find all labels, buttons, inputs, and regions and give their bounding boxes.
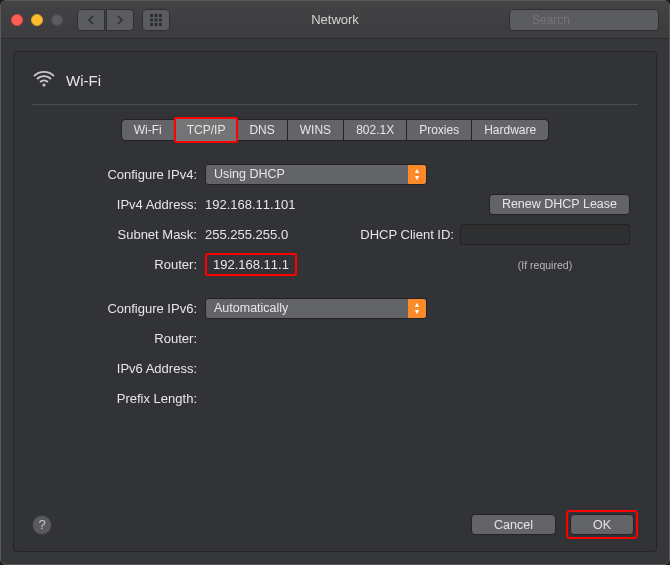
value-ipv4-address: 192.168.11.101 bbox=[205, 197, 295, 212]
wifi-icon bbox=[32, 68, 56, 92]
row-ipv4-address: IPv4 Address: 192.168.11.101 Renew DHCP … bbox=[40, 189, 630, 219]
tab-dns[interactable]: DNS bbox=[237, 120, 287, 140]
grid-icon bbox=[150, 14, 162, 26]
row-subnet: Subnet Mask: 255.255.255.0 DHCP Client I… bbox=[40, 219, 630, 249]
value-subnet: 255.255.255.0 bbox=[205, 227, 288, 242]
highlight-router-value: 192.168.11.1 bbox=[205, 253, 297, 276]
label-prefix-length: Prefix Length: bbox=[40, 391, 205, 406]
row-ipv6-address: IPv6 Address: bbox=[40, 353, 630, 383]
nav-group bbox=[77, 9, 134, 31]
input-dhcp-client-id[interactable] bbox=[460, 224, 630, 245]
tab-proxies[interactable]: Proxies bbox=[407, 120, 472, 140]
svg-rect-1 bbox=[155, 14, 158, 17]
svg-rect-4 bbox=[155, 18, 158, 21]
form-area: Configure IPv4: Using DHCP ▲▼ IPv4 Addre… bbox=[32, 159, 638, 413]
tab-bar: Wi-Fi TCP/IP DNS WINS 802.1X Proxies Har… bbox=[32, 119, 638, 141]
back-button[interactable] bbox=[77, 9, 105, 31]
minimize-window-button[interactable] bbox=[31, 14, 43, 26]
value-router-ipv4: 192.168.11.1 bbox=[213, 257, 289, 272]
cancel-button[interactable]: Cancel bbox=[471, 514, 556, 535]
ok-button[interactable]: OK bbox=[570, 514, 634, 535]
tab-wins[interactable]: WINS bbox=[288, 120, 344, 140]
updown-icon: ▲▼ bbox=[408, 299, 426, 318]
label-configure-ipv4: Configure IPv4: bbox=[40, 167, 205, 182]
search-input[interactable] bbox=[509, 9, 659, 31]
label-ipv6-address: IPv6 Address: bbox=[40, 361, 205, 376]
row-router-ipv4: Router: 192.168.11.1 (If required) bbox=[40, 249, 630, 279]
updown-icon: ▲▼ bbox=[408, 165, 426, 184]
titlebar: Network bbox=[1, 1, 669, 39]
content-panel: Wi-Fi Wi-Fi TCP/IP DNS WINS 802.1X Proxi… bbox=[13, 51, 657, 552]
forward-button[interactable] bbox=[106, 9, 134, 31]
svg-rect-2 bbox=[159, 14, 162, 17]
tab-8021x[interactable]: 802.1X bbox=[344, 120, 407, 140]
help-button[interactable]: ? bbox=[32, 515, 52, 535]
svg-rect-6 bbox=[150, 23, 153, 26]
label-ipv4-address: IPv4 Address: bbox=[40, 197, 205, 212]
select-configure-ipv6[interactable]: Automatically ▲▼ bbox=[205, 298, 427, 319]
zoom-window-button bbox=[51, 14, 63, 26]
renew-dhcp-button[interactable]: Renew DHCP Lease bbox=[489, 194, 630, 215]
select-configure-ipv4[interactable]: Using DHCP ▲▼ bbox=[205, 164, 427, 185]
row-configure-ipv4: Configure IPv4: Using DHCP ▲▼ bbox=[40, 159, 630, 189]
svg-rect-7 bbox=[155, 23, 158, 26]
window-controls bbox=[11, 14, 63, 26]
tab-hardware[interactable]: Hardware bbox=[472, 120, 548, 140]
select-configure-ipv6-value: Automatically bbox=[214, 301, 288, 315]
show-all-button[interactable] bbox=[142, 9, 170, 31]
chevron-left-icon bbox=[87, 15, 95, 25]
svg-point-11 bbox=[42, 83, 45, 86]
footer: ? Cancel OK bbox=[32, 500, 638, 539]
label-dhcp-client-id: DHCP Client ID: bbox=[360, 227, 454, 242]
divider bbox=[32, 104, 638, 105]
tab-strip: Wi-Fi TCP/IP DNS WINS 802.1X Proxies Har… bbox=[121, 119, 549, 141]
tab-tcpip[interactable]: TCP/IP bbox=[174, 117, 239, 143]
label-router-ipv6: Router: bbox=[40, 331, 205, 346]
select-configure-ipv4-value: Using DHCP bbox=[214, 167, 285, 181]
row-router-ipv6: Router: bbox=[40, 323, 630, 353]
svg-rect-0 bbox=[150, 14, 153, 17]
highlight-ok: OK bbox=[566, 510, 638, 539]
svg-rect-3 bbox=[150, 18, 153, 21]
row-configure-ipv6: Configure IPv6: Automatically ▲▼ bbox=[40, 293, 630, 323]
preferences-window: Network Wi-Fi Wi-Fi bbox=[0, 0, 670, 565]
search-wrap bbox=[509, 9, 659, 31]
window-title: Network bbox=[311, 12, 359, 27]
row-prefix-length: Prefix Length: bbox=[40, 383, 630, 413]
help-icon: ? bbox=[38, 517, 45, 532]
note-if-required: (If required) bbox=[518, 259, 572, 271]
panel-header: Wi-Fi bbox=[32, 68, 638, 92]
panel-title: Wi-Fi bbox=[66, 72, 101, 89]
svg-rect-5 bbox=[159, 18, 162, 21]
label-configure-ipv6: Configure IPv6: bbox=[40, 301, 205, 316]
label-subnet: Subnet Mask: bbox=[40, 227, 205, 242]
svg-rect-8 bbox=[159, 23, 162, 26]
chevron-right-icon bbox=[116, 15, 124, 25]
close-window-button[interactable] bbox=[11, 14, 23, 26]
label-router-ipv4: Router: bbox=[40, 257, 205, 272]
tab-wifi[interactable]: Wi-Fi bbox=[122, 120, 175, 140]
